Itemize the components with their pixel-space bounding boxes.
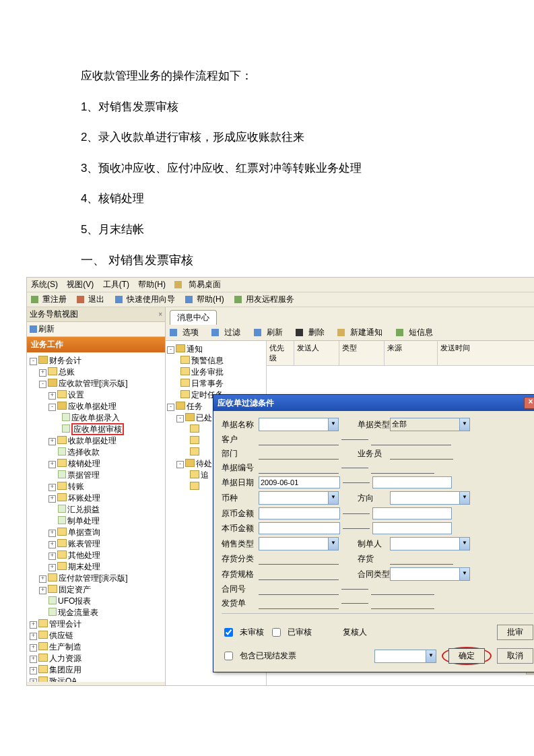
menu-help[interactable]: 帮助(H) bbox=[138, 280, 166, 289]
section-1-title: 一、 对销售发票审核 bbox=[81, 251, 473, 270]
step-4: 4、核销处理 bbox=[81, 190, 473, 208]
exit-icon bbox=[77, 296, 84, 303]
desk-icon bbox=[174, 281, 182, 288]
tab-msgcenter[interactable]: 消息中心 bbox=[170, 310, 217, 311]
menu-system[interactable]: 系统(S) bbox=[31, 280, 58, 289]
btn-reregister[interactable]: 重注册 bbox=[42, 294, 67, 305]
app-window: 系统(S) 视图(V) 工具(T) 帮助(H) 简易桌面 重注册 退出 快速使用… bbox=[26, 277, 534, 311]
menu-view[interactable]: 视图(V) bbox=[67, 280, 94, 289]
step-2: 2、录入收款单进行审核，形成应收账款往来 bbox=[81, 129, 473, 146]
step-1: 1、对销售发票审核 bbox=[81, 98, 473, 116]
btn-help[interactable]: 帮助(H) bbox=[197, 294, 224, 305]
nav-panel: 业务导航视图× 刷新 业务工作 -财务会计 +总账 -应收款管理[演示版] +设… bbox=[27, 307, 166, 311]
toolbar: 重注册 退出 快速使用向导 帮助(H) 用友远程服务 bbox=[27, 292, 534, 307]
remote-icon bbox=[234, 296, 242, 303]
step-5: 5、月末结帐 bbox=[81, 221, 473, 239]
btn-remote[interactable]: 用友远程服务 bbox=[246, 294, 294, 305]
nav-title: 业务导航视图 bbox=[30, 309, 78, 311]
btn-exit[interactable]: 退出 bbox=[88, 294, 104, 305]
doc-title: 应收款管理业务的操作流程如下： bbox=[81, 67, 473, 85]
register-icon bbox=[31, 296, 38, 303]
wizard-icon bbox=[115, 296, 123, 303]
menu-tools[interactable]: 工具(T) bbox=[103, 280, 129, 289]
help-icon bbox=[185, 296, 193, 303]
menu-simple-desktop[interactable]: 简易桌面 bbox=[189, 280, 221, 289]
btn-wizard[interactable]: 快速使用向导 bbox=[127, 294, 175, 305]
menu-bar: 系统(S) 视图(V) 工具(T) 帮助(H) 简易桌面 bbox=[27, 278, 534, 292]
step-3: 3、预收冲应收、应付冲应收、红票对冲等转账业务处理 bbox=[81, 160, 473, 177]
